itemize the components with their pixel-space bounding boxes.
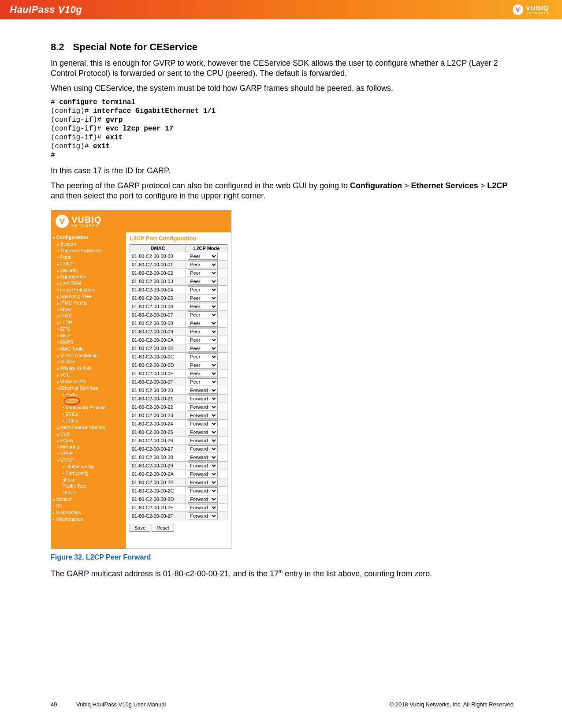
nav-ethernet-services[interactable]: Ethernet Services (53, 385, 126, 392)
mode-cell: Forward (186, 487, 227, 495)
nav-gvrp[interactable]: GVRP (53, 457, 126, 463)
mode-cell: Forward (186, 428, 227, 437)
nav-item[interactable]: Mirroring (53, 444, 126, 450)
l2cp-mode-select[interactable]: Peer (188, 353, 218, 360)
l2cp-mode-select[interactable]: Forward (188, 437, 218, 444)
dmac-cell: 01-80-C2-00-00-20 (130, 386, 186, 395)
text: The GARP multicast address is 01-80-c2-0… (51, 569, 279, 578)
l2cp-mode-select[interactable]: Peer (188, 261, 218, 268)
nav-item[interactable]: Link OAM (53, 280, 126, 287)
l2cp-mode-select[interactable]: Peer (188, 328, 218, 335)
nav-maintenance[interactable]: Maintenance (53, 516, 126, 523)
l2cp-mode-select[interactable]: Peer (188, 311, 218, 318)
nav-item[interactable]: VCL (53, 372, 126, 378)
nav-item[interactable]: UDLD (53, 489, 126, 496)
l2cp-mode-select[interactable]: Forward (188, 462, 218, 469)
nav-item[interactable]: QoS (53, 431, 126, 437)
l2cp-mode-select[interactable]: Peer (188, 378, 218, 385)
nav-item[interactable]: MEP (53, 332, 126, 339)
l2cp-mode-select[interactable]: Forward (188, 429, 218, 436)
l2cp-mode-select[interactable]: Peer (188, 370, 218, 377)
nav-monitor[interactable]: Monitor (53, 496, 126, 503)
nav-diagnostics[interactable]: Diagnostics (53, 509, 126, 516)
gui-logo-icon: V (56, 215, 69, 228)
l2cp-mode-select[interactable]: Forward (188, 395, 218, 402)
save-button[interactable]: Save (130, 524, 150, 532)
l2cp-mode-select[interactable]: Forward (188, 512, 218, 519)
nav-item[interactable]: Spanning Tree (53, 293, 126, 300)
l2cp-mode-select[interactable]: Forward (188, 420, 218, 427)
dmac-cell: 01-80-C2-00-00-2D (130, 495, 186, 504)
page-footer: 49 Vubiq HaulPass V10g User Manual © 201… (0, 701, 562, 708)
nav-item[interactable]: ERPS (53, 339, 126, 346)
dmac-cell: 01-80-C2-00-00-03 (130, 277, 186, 286)
nav-rf[interactable]: RF (53, 503, 126, 509)
nav-item[interactable]: Global config (53, 463, 126, 470)
nav-item[interactable]: Private VLANs (53, 365, 126, 372)
reset-button[interactable]: Reset (152, 524, 174, 532)
nav-item[interactable]: Traffic Test (53, 483, 126, 489)
l2cp-mode-select[interactable]: Forward (188, 470, 218, 478)
nav-item[interactable]: VLAN Translation (53, 352, 126, 359)
l2cp-mode-select[interactable]: Peer (188, 278, 218, 285)
nav-item[interactable]: EPS (53, 326, 126, 332)
table-row: 01-80-C2-00-00-2AForward (130, 470, 227, 478)
table-row: 01-80-C2-00-00-00Peer (130, 252, 227, 261)
nav-item[interactable]: Ports (53, 254, 126, 261)
dmac-cell: 01-80-C2-00-00-23 (130, 411, 186, 420)
l2cp-mode-select[interactable]: Peer (188, 345, 218, 352)
table-row: 01-80-C2-00-00-21Forward (130, 395, 227, 403)
l2cp-mode-select[interactable]: Peer (188, 336, 218, 343)
mode-cell: Forward (186, 470, 227, 478)
mode-cell: Peer (186, 328, 227, 336)
l2cp-mode-select[interactable]: Peer (188, 269, 218, 276)
l2cp-mode-select[interactable]: Peer (188, 303, 218, 310)
nav-item[interactable]: MVR (53, 306, 126, 313)
nav-item[interactable]: Ports (53, 392, 126, 398)
nav-configuration[interactable]: Configuration (53, 234, 126, 241)
nav-item[interactable]: sFlow (53, 477, 126, 483)
nav-item[interactable]: Thermal Protection (53, 247, 126, 254)
cli-code-block: # configure terminal (config)# interface… (51, 98, 514, 160)
nav-item[interactable]: Loop Protection (53, 287, 126, 293)
nav-item[interactable]: Voice VLAN (53, 378, 126, 385)
nav-item[interactable]: VLANs (53, 358, 126, 365)
mode-cell: Peer (186, 361, 227, 370)
l2cp-mode-select[interactable]: Forward (188, 487, 218, 494)
l2cp-mode-select[interactable]: Forward (188, 412, 218, 419)
table-row: 01-80-C2-00-00-2EForward (130, 504, 227, 512)
l2cp-mode-select[interactable]: Forward (188, 504, 218, 511)
nav-l2cp[interactable]: L2CP (53, 398, 126, 404)
dmac-cell: 01-80-C2-00-00-0A (130, 336, 186, 344)
dmac-cell: 01-80-C2-00-00-00 (130, 252, 186, 261)
nav-item[interactable]: Port config (53, 470, 126, 477)
nav-item[interactable]: ECEs (53, 418, 126, 424)
nav-item[interactable]: Performance Monitor (53, 424, 126, 431)
l2cp-mode-select[interactable]: Peer (188, 286, 218, 293)
nav-item[interactable]: IPMC Profile (53, 300, 126, 306)
nav-item[interactable]: Bandwidth Profiles (53, 404, 126, 411)
brand-text: VUBIQ (526, 4, 550, 11)
l2cp-mode-select[interactable]: Peer (188, 362, 218, 369)
l2cp-mode-select[interactable]: Peer (188, 253, 218, 260)
l2cp-mode-select[interactable]: Forward (188, 496, 218, 503)
dmac-cell: 01-80-C2-00-00-0F (130, 378, 186, 386)
l2cp-mode-select[interactable]: Forward (188, 454, 218, 461)
nav-item[interactable]: DHCP (53, 261, 126, 267)
nav-item[interactable]: EVCs (53, 411, 126, 418)
nav-item[interactable]: Aggregation (53, 273, 126, 280)
nav-item[interactable]: MAC Table (53, 346, 126, 352)
nav-item[interactable]: Security (53, 267, 126, 274)
nav-item[interactable]: UPnP (53, 450, 126, 457)
nav-item[interactable]: System (53, 241, 126, 247)
gui-brand-sub: NETWORKS (71, 224, 101, 228)
l2cp-mode-select[interactable]: Forward (188, 479, 218, 486)
l2cp-mode-select[interactable]: Forward (188, 445, 218, 452)
nav-item[interactable]: IPMC (53, 313, 126, 319)
l2cp-mode-select[interactable]: Peer (188, 320, 218, 327)
nav-item[interactable]: LLDP (53, 319, 126, 326)
l2cp-mode-select[interactable]: Forward (188, 387, 218, 394)
l2cp-mode-select[interactable]: Peer (188, 295, 218, 302)
nav-item[interactable]: HQoS (53, 437, 126, 444)
l2cp-mode-select[interactable]: Forward (188, 403, 218, 411)
